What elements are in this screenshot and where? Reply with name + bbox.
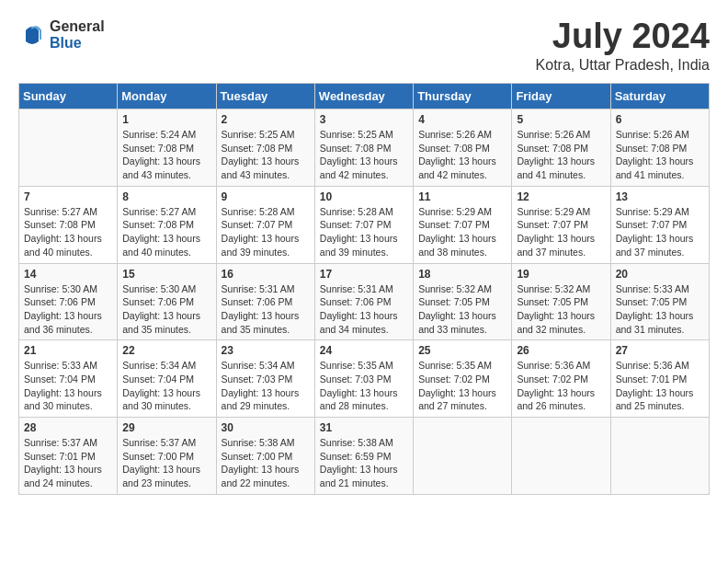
day-number: 8	[122, 190, 210, 203]
calendar-cell: 8Sunrise: 5:27 AM Sunset: 7:08 PM Daylig…	[118, 186, 216, 263]
cell-info: Sunrise: 5:33 AM Sunset: 7:04 PM Dayligh…	[24, 359, 112, 413]
week-row-5: 28Sunrise: 5:37 AM Sunset: 7:01 PM Dayli…	[19, 418, 710, 495]
cell-info: Sunrise: 5:30 AM Sunset: 7:06 PM Dayligh…	[122, 282, 210, 337]
calendar-cell: 12Sunrise: 5:29 AM Sunset: 7:07 PM Dayli…	[512, 186, 610, 263]
week-row-1: 1Sunrise: 5:24 AM Sunset: 7:08 PM Daylig…	[19, 109, 710, 187]
day-number: 3	[320, 113, 408, 126]
cell-info: Sunrise: 5:32 AM Sunset: 7:05 PM Dayligh…	[418, 282, 506, 337]
day-number: 29	[122, 421, 210, 434]
calendar-cell: 25Sunrise: 5:35 AM Sunset: 7:02 PM Dayli…	[414, 340, 512, 418]
logo: General Blue	[18, 18, 105, 51]
day-number: 21	[24, 344, 112, 357]
weekday-header-row: SundayMondayTuesdayWednesdayThursdayFrid…	[19, 84, 710, 109]
weekday-header-thursday: Thursday	[414, 84, 512, 109]
day-number: 14	[24, 268, 112, 281]
calendar-cell	[512, 418, 610, 495]
calendar-cell: 6Sunrise: 5:26 AM Sunset: 7:08 PM Daylig…	[610, 109, 709, 187]
cell-info: Sunrise: 5:38 AM Sunset: 6:59 PM Dayligh…	[320, 436, 408, 490]
cell-info: Sunrise: 5:26 AM Sunset: 7:08 PM Dayligh…	[517, 128, 605, 182]
calendar-cell: 22Sunrise: 5:34 AM Sunset: 7:04 PM Dayli…	[118, 340, 216, 418]
week-row-4: 21Sunrise: 5:33 AM Sunset: 7:04 PM Dayli…	[19, 340, 710, 418]
cell-info: Sunrise: 5:35 AM Sunset: 7:02 PM Dayligh…	[418, 359, 506, 413]
day-number: 11	[418, 190, 506, 203]
calendar-cell: 4Sunrise: 5:26 AM Sunset: 7:08 PM Daylig…	[414, 109, 512, 187]
logo-icon	[18, 21, 46, 49]
calendar-cell: 21Sunrise: 5:33 AM Sunset: 7:04 PM Dayli…	[19, 340, 118, 418]
day-number: 26	[517, 344, 605, 357]
cell-info: Sunrise: 5:37 AM Sunset: 7:01 PM Dayligh…	[24, 436, 112, 490]
calendar-cell: 10Sunrise: 5:28 AM Sunset: 7:07 PM Dayli…	[314, 186, 413, 263]
calendar-cell: 26Sunrise: 5:36 AM Sunset: 7:02 PM Dayli…	[512, 340, 610, 418]
location-title: Kotra, Uttar Pradesh, India	[536, 57, 710, 74]
calendar-cell: 31Sunrise: 5:38 AM Sunset: 6:59 PM Dayli…	[314, 418, 413, 495]
cell-info: Sunrise: 5:36 AM Sunset: 7:01 PM Dayligh…	[616, 359, 704, 413]
day-number: 19	[517, 268, 605, 281]
week-row-2: 7Sunrise: 5:27 AM Sunset: 7:08 PM Daylig…	[19, 186, 710, 263]
calendar-body: 1Sunrise: 5:24 AM Sunset: 7:08 PM Daylig…	[19, 109, 710, 495]
weekday-header-sunday: Sunday	[19, 84, 118, 109]
calendar-cell: 13Sunrise: 5:29 AM Sunset: 7:07 PM Dayli…	[610, 186, 709, 263]
cell-info: Sunrise: 5:33 AM Sunset: 7:05 PM Dayligh…	[616, 282, 704, 337]
calendar-cell: 24Sunrise: 5:35 AM Sunset: 7:03 PM Dayli…	[314, 340, 413, 418]
weekday-header-monday: Monday	[118, 84, 216, 109]
cell-info: Sunrise: 5:34 AM Sunset: 7:04 PM Dayligh…	[122, 359, 210, 413]
cell-info: Sunrise: 5:28 AM Sunset: 7:07 PM Dayligh…	[222, 205, 310, 259]
day-number: 24	[320, 344, 408, 357]
calendar-cell	[19, 109, 118, 187]
calendar-cell: 30Sunrise: 5:38 AM Sunset: 7:00 PM Dayli…	[216, 418, 314, 495]
calendar-cell: 3Sunrise: 5:25 AM Sunset: 7:08 PM Daylig…	[314, 109, 413, 187]
cell-info: Sunrise: 5:27 AM Sunset: 7:08 PM Dayligh…	[122, 205, 210, 259]
cell-info: Sunrise: 5:31 AM Sunset: 7:06 PM Dayligh…	[320, 282, 408, 337]
weekday-header-wednesday: Wednesday	[314, 84, 413, 109]
calendar-cell: 7Sunrise: 5:27 AM Sunset: 7:08 PM Daylig…	[19, 186, 118, 263]
weekday-header-tuesday: Tuesday	[216, 84, 314, 109]
cell-info: Sunrise: 5:35 AM Sunset: 7:03 PM Dayligh…	[320, 359, 408, 413]
calendar-cell: 11Sunrise: 5:29 AM Sunset: 7:07 PM Dayli…	[414, 186, 512, 263]
cell-info: Sunrise: 5:31 AM Sunset: 7:06 PM Dayligh…	[222, 282, 310, 337]
day-number: 20	[616, 268, 704, 281]
calendar-cell: 14Sunrise: 5:30 AM Sunset: 7:06 PM Dayli…	[19, 263, 118, 340]
cell-info: Sunrise: 5:29 AM Sunset: 7:07 PM Dayligh…	[418, 205, 506, 259]
cell-info: Sunrise: 5:32 AM Sunset: 7:05 PM Dayligh…	[517, 282, 605, 337]
day-number: 6	[616, 113, 704, 126]
cell-info: Sunrise: 5:28 AM Sunset: 7:07 PM Dayligh…	[320, 205, 408, 259]
cell-info: Sunrise: 5:29 AM Sunset: 7:07 PM Dayligh…	[616, 205, 704, 259]
day-number: 2	[222, 113, 310, 126]
cell-info: Sunrise: 5:26 AM Sunset: 7:08 PM Dayligh…	[616, 128, 704, 182]
calendar-cell: 18Sunrise: 5:32 AM Sunset: 7:05 PM Dayli…	[414, 263, 512, 340]
cell-info: Sunrise: 5:24 AM Sunset: 7:08 PM Dayligh…	[122, 128, 210, 182]
day-number: 18	[418, 268, 506, 281]
calendar-table: SundayMondayTuesdayWednesdayThursdayFrid…	[18, 83, 710, 495]
page-header: General Blue July 2024 Kotra, Uttar Prad…	[18, 18, 710, 74]
cell-info: Sunrise: 5:27 AM Sunset: 7:08 PM Dayligh…	[24, 205, 112, 259]
logo-blue-text: Blue	[50, 35, 105, 52]
day-number: 15	[122, 268, 210, 281]
calendar-cell: 23Sunrise: 5:34 AM Sunset: 7:03 PM Dayli…	[216, 340, 314, 418]
calendar-cell: 16Sunrise: 5:31 AM Sunset: 7:06 PM Dayli…	[216, 263, 314, 340]
month-title: July 2024	[536, 18, 710, 53]
cell-info: Sunrise: 5:29 AM Sunset: 7:07 PM Dayligh…	[517, 205, 605, 259]
calendar-cell: 29Sunrise: 5:37 AM Sunset: 7:00 PM Dayli…	[118, 418, 216, 495]
cell-info: Sunrise: 5:25 AM Sunset: 7:08 PM Dayligh…	[222, 128, 310, 182]
day-number: 25	[418, 344, 506, 357]
cell-info: Sunrise: 5:34 AM Sunset: 7:03 PM Dayligh…	[222, 359, 310, 413]
day-number: 10	[320, 190, 408, 203]
day-number: 12	[517, 190, 605, 203]
calendar-cell: 2Sunrise: 5:25 AM Sunset: 7:08 PM Daylig…	[216, 109, 314, 187]
logo-general-text: General	[50, 18, 105, 35]
calendar-header: SundayMondayTuesdayWednesdayThursdayFrid…	[19, 84, 710, 109]
day-number: 28	[24, 421, 112, 434]
day-number: 13	[616, 190, 704, 203]
day-number: 9	[222, 190, 310, 203]
calendar-cell: 15Sunrise: 5:30 AM Sunset: 7:06 PM Dayli…	[118, 263, 216, 340]
day-number: 5	[517, 113, 605, 126]
day-number: 1	[122, 113, 210, 126]
calendar-cell	[610, 418, 709, 495]
cell-info: Sunrise: 5:38 AM Sunset: 7:00 PM Dayligh…	[222, 436, 310, 490]
day-number: 23	[222, 344, 310, 357]
title-area: July 2024 Kotra, Uttar Pradesh, India	[536, 18, 710, 74]
calendar-cell: 17Sunrise: 5:31 AM Sunset: 7:06 PM Dayli…	[314, 263, 413, 340]
cell-info: Sunrise: 5:36 AM Sunset: 7:02 PM Dayligh…	[517, 359, 605, 413]
calendar-cell: 1Sunrise: 5:24 AM Sunset: 7:08 PM Daylig…	[118, 109, 216, 187]
cell-info: Sunrise: 5:37 AM Sunset: 7:00 PM Dayligh…	[122, 436, 210, 490]
